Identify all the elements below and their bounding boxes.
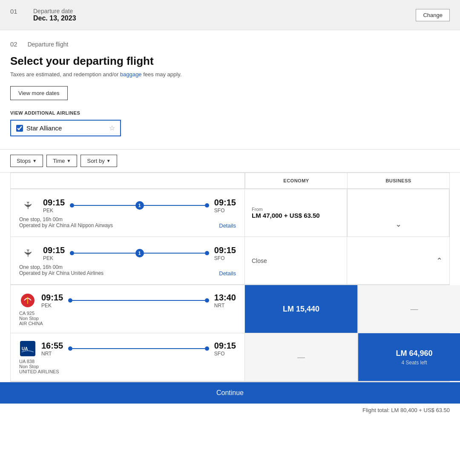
star-icon[interactable]: ☆ bbox=[109, 124, 115, 132]
sub2-flight-number: UA 838 bbox=[19, 359, 34, 364]
flight2-timing: ✈ 09:15 PEK 1 09:15 SF bbox=[19, 245, 236, 262]
flight1-details-link[interactable]: Details bbox=[219, 222, 236, 229]
flight2-arrive: 09:15 SFO bbox=[214, 245, 236, 261]
flight1-end-dot bbox=[205, 203, 209, 208]
flight1-depart-airport: PEK bbox=[43, 208, 65, 213]
sub2-route-line bbox=[68, 346, 209, 351]
additional-airlines-label: VIEW ADDITIONAL AIRLINES bbox=[10, 110, 450, 115]
stops-arrow-icon: ▼ bbox=[32, 159, 37, 163]
filters-row: Stops ▼ Time ▼ Sort by ▼ bbox=[0, 149, 460, 173]
sub2-meta: UA 838 Non Stop UNITED AIRLINES bbox=[19, 359, 236, 374]
united-logo: UA bbox=[19, 340, 36, 357]
flight1-economy-cell[interactable]: From LM 47,000 + US$ 63.50 bbox=[245, 189, 347, 237]
sub1-arrive-time: 13:40 bbox=[214, 293, 236, 303]
flight-row-2: ✈ 09:15 PEK 1 09:15 SF bbox=[11, 237, 449, 381]
stops-filter-button[interactable]: Stops ▼ bbox=[10, 155, 43, 167]
flight-column-header bbox=[11, 173, 245, 188]
sub2-depart-time: 16:55 bbox=[41, 341, 63, 351]
step1-section: 01 Departure date Dec. 13, 2023 Change bbox=[0, 0, 460, 30]
flight1-line-right bbox=[140, 205, 205, 206]
sub1-stop-type: Non Stop bbox=[19, 316, 39, 321]
star-alliance-checkbox[interactable] bbox=[16, 125, 23, 132]
sub2-line bbox=[72, 348, 205, 349]
flight1-economy-from: From bbox=[252, 207, 263, 212]
star-alliance-label: Star Alliance bbox=[26, 124, 106, 132]
sub1-info: 09:15 PEK 13:40 NRT CA 925 Non S bbox=[11, 285, 245, 333]
stops-label: Stops bbox=[17, 158, 31, 164]
subtitle-pre: Taxes are estimated, and redemption and/… bbox=[10, 71, 120, 78]
baggage-link[interactable]: baggage bbox=[120, 71, 142, 78]
sub1-end-dot bbox=[205, 298, 209, 303]
continue-bar: Continue Flight total: LM 80,400 + US$ 6… bbox=[0, 382, 460, 417]
sort-label: Sort by bbox=[87, 158, 104, 164]
sub1-route-line bbox=[68, 298, 209, 303]
flight2-depart-airport: PEK bbox=[43, 255, 65, 261]
sub2-arrive-time: 09:15 bbox=[214, 341, 236, 351]
flight-total: Flight total: LM 80,400 + US$ 63.50 bbox=[0, 404, 460, 417]
sub2-stop-type: Non Stop bbox=[19, 364, 39, 369]
flight1-arrive-airport: SFO bbox=[214, 208, 236, 213]
sub2-business-cell[interactable]: LM 64,960 4 Seats left bbox=[358, 333, 460, 381]
sub1-arrive-airport: NRT bbox=[214, 303, 236, 309]
sub-flight-1: 09:15 PEK 13:40 NRT CA 925 Non S bbox=[11, 285, 449, 333]
sub2-timing: UA 16:55 NRT 09:15 bbox=[19, 340, 236, 357]
sub2-arrive: 09:15 SFO bbox=[214, 341, 236, 357]
change-button[interactable]: Change bbox=[416, 9, 450, 21]
view-more-dates-button[interactable]: View more dates bbox=[10, 86, 68, 100]
continue-button[interactable]: Continue bbox=[0, 382, 460, 404]
flight-row-1: ✈ 09:15 PEK 1 09:15 SF bbox=[11, 189, 449, 237]
sub2-arrive-airport: SFO bbox=[214, 351, 236, 357]
flight2-start-dot bbox=[70, 251, 74, 255]
sort-arrow-icon: ▼ bbox=[106, 159, 111, 163]
flight1-main-row: ✈ 09:15 PEK 1 09:15 SF bbox=[11, 189, 449, 237]
sub1-timing: 09:15 PEK 13:40 NRT bbox=[19, 292, 236, 309]
flight1-stop-info: One stop, 16h 00m bbox=[19, 216, 63, 222]
sub1-depart-airport: PEK bbox=[41, 303, 63, 309]
step2-number: 02 bbox=[10, 40, 17, 48]
flight2-arrive-airport: SFO bbox=[214, 255, 236, 261]
time-filter-button[interactable]: Time ▼ bbox=[46, 155, 77, 167]
page-title: Select your departing flight bbox=[10, 55, 450, 68]
flight2-depart: 09:15 PEK bbox=[43, 245, 65, 261]
flight1-airline-logo: ✈ bbox=[19, 197, 36, 214]
flight2-info: ✈ 09:15 PEK 1 09:15 SF bbox=[11, 237, 245, 284]
sort-filter-button[interactable]: Sort by ▼ bbox=[80, 155, 117, 167]
air-china-svg bbox=[20, 293, 35, 308]
step1-label: Departure date bbox=[33, 8, 76, 14]
flight2-details-link[interactable]: Details bbox=[219, 270, 236, 277]
united-svg: UA bbox=[20, 341, 35, 356]
time-arrow-icon: ▼ bbox=[67, 159, 71, 163]
sub2-airline: UNITED AIRLINES bbox=[19, 369, 59, 374]
grid-header: ECONOMY BUSINESS bbox=[11, 173, 449, 189]
step2-label: Departure flight bbox=[28, 41, 69, 48]
flight1-economy-price: LM 47,000 + US$ 63.50 bbox=[252, 212, 320, 219]
star-alliance-checkbox-box[interactable]: Star Alliance ☆ bbox=[10, 120, 121, 136]
flight1-arrive: 09:15 SFO bbox=[214, 198, 236, 213]
plane-icon: ✈ bbox=[22, 201, 34, 210]
flight2-stop-info: One stop, 16h 00m bbox=[19, 264, 63, 270]
flight1-info: ✈ 09:15 PEK 1 09:15 SF bbox=[11, 189, 245, 237]
economy-column-header: ECONOMY bbox=[245, 173, 347, 188]
sub1-airline: AIR CHINA bbox=[19, 321, 43, 326]
sub2-business-seats: 4 Seats left bbox=[401, 360, 427, 366]
flight1-operated: Operated by Air China All Nippon Airways bbox=[19, 222, 113, 228]
main-section: 02 Departure flight Select your departin… bbox=[0, 30, 460, 136]
flight2-operated: Operated by Air China United Airlines bbox=[19, 270, 104, 276]
step1-value: Dec. 13, 2023 bbox=[33, 14, 76, 22]
flight2-depart-time: 09:15 bbox=[43, 245, 65, 255]
flight1-timing: ✈ 09:15 PEK 1 09:15 SF bbox=[19, 197, 236, 214]
sub1-economy-cell[interactable]: LM 15,440 bbox=[245, 285, 358, 333]
flight1-expand-button[interactable]: ⌄ bbox=[395, 219, 402, 229]
sub1-business-dash: — bbox=[411, 305, 418, 314]
business-column-header: BUSINESS bbox=[347, 173, 449, 188]
sub2-depart-airport: NRT bbox=[41, 351, 63, 357]
flight2-stop-dot: 1 bbox=[135, 249, 144, 257]
flight2-collapse-button[interactable]: ⌃ bbox=[436, 256, 443, 265]
step1-number: 01 bbox=[10, 8, 23, 15]
subtitle: Taxes are estimated, and redemption and/… bbox=[10, 71, 450, 78]
flight1-depart-time: 09:15 bbox=[43, 198, 65, 208]
flight1-depart: 09:15 PEK bbox=[43, 198, 65, 213]
air-china-logo bbox=[19, 292, 36, 309]
flight2-meta: One stop, 16h 00m Operated by Air China … bbox=[19, 264, 236, 276]
section-header: 02 Departure flight bbox=[10, 40, 450, 48]
